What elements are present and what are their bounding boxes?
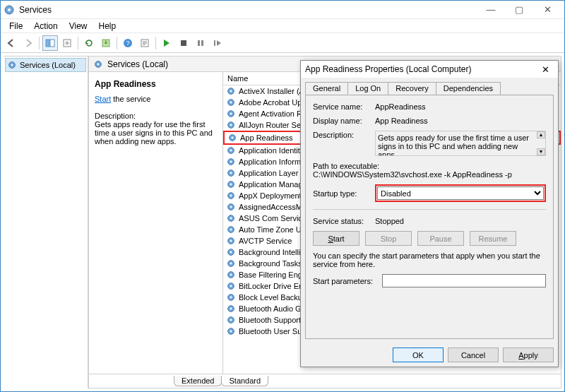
menu-view[interactable]: View bbox=[64, 20, 93, 32]
tree-pane[interactable]: Services (Local) bbox=[4, 56, 88, 388]
service-name: Adobe Acrobat Upd bbox=[239, 98, 306, 107]
value-service-name: AppReadiness bbox=[375, 102, 546, 111]
pause-service-button[interactable] bbox=[193, 35, 208, 51]
gear-icon bbox=[226, 191, 236, 201]
gear-icon bbox=[226, 179, 236, 189]
svg-rect-10 bbox=[198, 40, 200, 46]
services-icon bbox=[4, 4, 15, 16]
bottom-tabs: Extended Standard bbox=[89, 374, 561, 388]
description-scrollbar[interactable]: ▲▼ bbox=[537, 131, 545, 155]
menu-file[interactable]: File bbox=[4, 20, 28, 32]
dialog-tabs: General Log On Recovery Dependencies bbox=[305, 82, 554, 95]
service-name: App Readiness bbox=[240, 133, 293, 142]
startup-type-select[interactable]: Disabled bbox=[377, 186, 544, 200]
svg-point-36 bbox=[230, 195, 232, 197]
services-window: Services — ▢ ✕ File Action View Help ? S… bbox=[0, 0, 565, 392]
gear-icon bbox=[7, 60, 17, 70]
service-name: Application Layer G bbox=[239, 169, 307, 177]
gear-icon bbox=[226, 157, 236, 167]
menu-help[interactable]: Help bbox=[93, 20, 122, 32]
tab-general[interactable]: General bbox=[305, 82, 348, 95]
start-service-link[interactable]: Start bbox=[95, 95, 111, 103]
tab-recovery[interactable]: Recovery bbox=[388, 82, 436, 95]
start-parameters-input[interactable] bbox=[382, 274, 546, 287]
minimize-button[interactable]: — bbox=[477, 1, 505, 18]
svg-point-26 bbox=[232, 137, 234, 139]
maximize-button[interactable]: ▢ bbox=[505, 1, 533, 18]
tree-root[interactable]: Services (Local) bbox=[5, 58, 86, 72]
svg-point-32 bbox=[230, 172, 232, 174]
service-name: Block Level Backup bbox=[239, 293, 307, 302]
desc-label: Description: bbox=[95, 112, 217, 120]
svg-point-42 bbox=[230, 229, 232, 231]
forward-button[interactable] bbox=[20, 35, 36, 51]
service-name: BitLocker Drive Encr bbox=[239, 282, 309, 290]
svg-point-28 bbox=[230, 150, 232, 152]
svg-point-14 bbox=[11, 64, 13, 66]
gear-icon bbox=[226, 145, 236, 155]
scroll-up-icon[interactable]: ▲ bbox=[537, 131, 545, 138]
service-name: AllJoyn Router Servi bbox=[239, 121, 309, 129]
gear-icon bbox=[227, 133, 237, 143]
dialog-footer: OK Cancel Apply bbox=[301, 343, 558, 367]
service-name: Agent Activation Ru bbox=[239, 109, 307, 118]
svg-point-48 bbox=[230, 263, 232, 265]
dialog-close-button[interactable]: ✕ bbox=[537, 64, 554, 75]
properties-button[interactable] bbox=[137, 35, 153, 51]
help-button[interactable]: ? bbox=[120, 35, 136, 51]
svg-point-30 bbox=[230, 161, 232, 163]
svg-rect-9 bbox=[181, 40, 186, 46]
svg-rect-11 bbox=[201, 40, 203, 46]
gear-icon bbox=[226, 202, 236, 212]
label-service-name: Service name: bbox=[313, 102, 375, 111]
tab-extended[interactable]: Extended bbox=[174, 376, 222, 386]
menubar[interactable]: File Action View Help bbox=[1, 19, 564, 33]
export-button[interactable] bbox=[59, 35, 75, 51]
label-service-status: Service status: bbox=[313, 217, 375, 225]
start-button[interactable]: Start bbox=[313, 231, 359, 246]
tab-logon[interactable]: Log On bbox=[347, 82, 388, 95]
restart-service-button[interactable] bbox=[210, 35, 225, 51]
gear-icon bbox=[226, 236, 236, 246]
properties-dialog: App Readiness Properties (Local Computer… bbox=[300, 60, 559, 367]
export-list-button[interactable] bbox=[98, 35, 114, 51]
titlebar[interactable]: Services — ▢ ✕ bbox=[1, 1, 564, 19]
service-name: Bluetooth Audio Ga bbox=[239, 304, 306, 313]
tab-dependencies[interactable]: Dependencies bbox=[436, 82, 501, 95]
dialog-title: App Readiness Properties (Local Computer… bbox=[305, 64, 537, 74]
refresh-button[interactable] bbox=[81, 35, 97, 51]
menu-action[interactable]: Action bbox=[28, 20, 63, 32]
label-start-parameters: Start parameters: bbox=[313, 277, 382, 285]
tab-standard[interactable]: Standard bbox=[221, 376, 268, 386]
window-title: Services bbox=[19, 5, 477, 15]
gear-icon bbox=[226, 326, 236, 336]
ok-button[interactable]: OK bbox=[393, 348, 444, 362]
detail-title: App Readiness bbox=[95, 79, 217, 89]
scroll-down-icon[interactable]: ▼ bbox=[537, 148, 545, 155]
svg-point-60 bbox=[230, 331, 232, 333]
gear-icon bbox=[226, 281, 236, 291]
resume-button: Resume bbox=[470, 231, 516, 246]
pause-button: Pause bbox=[417, 231, 464, 246]
stop-button: Stop bbox=[365, 231, 412, 246]
value-service-status: Stopped bbox=[375, 217, 546, 225]
back-button[interactable] bbox=[4, 35, 19, 51]
svg-point-52 bbox=[230, 285, 232, 287]
gear-icon bbox=[226, 304, 236, 314]
close-button[interactable]: ✕ bbox=[533, 1, 561, 18]
start-service-button[interactable] bbox=[159, 35, 174, 51]
svg-point-40 bbox=[230, 218, 232, 220]
gear-icon bbox=[226, 168, 236, 178]
svg-rect-12 bbox=[214, 40, 215, 46]
tree-root-label: Services (Local) bbox=[20, 61, 76, 69]
cancel-button[interactable]: Cancel bbox=[448, 348, 499, 362]
dialog-titlebar[interactable]: App Readiness Properties (Local Computer… bbox=[301, 61, 558, 78]
show-hide-tree-button[interactable] bbox=[42, 35, 58, 51]
svg-point-50 bbox=[230, 274, 232, 276]
svg-point-34 bbox=[230, 184, 232, 186]
stop-service-button[interactable] bbox=[176, 35, 191, 51]
service-name: AppX Deployment S bbox=[239, 191, 309, 200]
svg-text:?: ? bbox=[126, 40, 129, 47]
apply-button[interactable]: Apply bbox=[503, 348, 554, 362]
service-name: Background Intellig bbox=[239, 248, 305, 256]
